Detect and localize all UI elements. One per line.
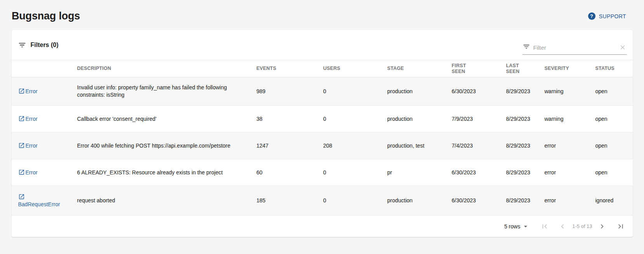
error-link-label: Error [26,116,38,122]
cell-last-seen: 8/29/2023 [506,132,545,159]
first-page-icon [540,222,549,231]
col-header-severity: SEVERITY [545,60,595,77]
chevron-left-icon [558,222,567,231]
error-link-label: BadRequestError [18,201,60,207]
cell-users: 208 [323,132,387,159]
cell-events: 1247 [257,132,323,159]
table-row: Error 6 ALREADY_EXISTS: Resource already… [12,159,633,186]
cell-status: ignored [595,186,633,216]
cell-users: 0 [323,159,387,186]
chevron-down-icon [522,223,529,230]
cell-description: Error 400 while fetching POST https://ap… [77,132,257,159]
cell-severity: error [545,186,595,216]
error-link[interactable]: Error [18,142,38,150]
error-link[interactable]: BadRequestError [18,193,64,208]
col-header-description: DESCRIPTION [77,60,257,77]
cell-stage: production [387,106,452,132]
cell-severity: error [545,159,595,186]
cell-severity: warning [545,77,595,106]
card-toolbar: Filters (0) [12,30,633,60]
page-title: Bugsnag logs [12,10,80,22]
col-header-users: USERS [323,60,387,77]
support-link[interactable]: ? SUPPORT [588,12,626,20]
cell-first-seen: 6/30/2023 [452,186,506,216]
cell-users: 0 [323,186,387,216]
external-link-icon [18,88,25,94]
cell-events: 185 [257,186,323,216]
filter-field [522,41,627,55]
filter-input[interactable] [533,44,615,51]
error-link-label: Error [26,169,38,176]
table-row: Error Callback error 'consent_required' … [12,106,633,132]
cell-severity: error [545,132,595,159]
table-row: Error Invalid user info: property family… [12,77,633,106]
logs-card: Filters (0) DESCRIPTION EVENTS USERS STA… [12,30,633,237]
rows-per-page-select[interactable]: 5 rows [504,223,529,230]
filter-list-icon [522,43,530,52]
cell-last-seen: 8/29/2023 [506,106,545,132]
col-header-events: EVENTS [257,60,323,77]
cell-description: request aborted [77,186,257,216]
cell-last-seen: 8/29/2023 [506,77,545,106]
error-link[interactable]: Error [18,115,38,123]
cell-stage: production [387,77,452,106]
external-link-icon [18,193,25,200]
cell-link: BadRequestError [12,186,77,216]
col-header-last-seen: LAST SEEN [506,60,545,77]
error-link[interactable]: Error [18,169,38,176]
cell-description: Callback error 'consent_required' [77,106,257,132]
close-icon [619,44,626,51]
cell-link: Error [12,159,77,186]
last-page-button[interactable] [616,221,626,231]
table-row: Error Error 400 while fetching POST http… [12,132,633,159]
cell-status: open [595,132,633,159]
cell-users: 0 [323,106,387,132]
cell-last-seen: 8/29/2023 [506,159,545,186]
pagination-bar: 5 rows 1-5 of 13 [12,216,633,237]
cell-first-seen: 6/30/2023 [452,159,506,186]
help-circle-icon: ? [588,12,595,20]
col-header-status: STATUS [595,60,633,77]
col-header-stage: STAGE [387,60,452,77]
cell-status: open [595,77,633,106]
clear-filter-button[interactable] [618,43,627,52]
external-link-icon [18,169,25,176]
cell-stage: pr [387,159,452,186]
last-page-icon [616,222,625,231]
cell-link: Error [12,77,77,106]
cell-status: open [595,159,633,186]
cell-link: Error [12,106,77,132]
error-link[interactable]: Error [18,88,38,95]
chevron-right-icon [598,222,606,231]
support-label: SUPPORT [599,13,626,19]
cell-status: open [595,106,633,132]
cell-severity: warning [545,106,595,132]
cell-last-seen: 8/29/2023 [506,186,545,216]
topbar: Bugsnag logs ? SUPPORT [0,0,644,30]
next-page-button[interactable] [597,221,607,231]
cell-description: Invalid user info: property family_name … [77,77,257,106]
cell-users: 0 [323,77,387,106]
cell-events: 60 [257,159,323,186]
external-link-icon [18,142,25,149]
col-header-first-seen: FIRST SEEN [452,60,506,77]
pagination-range: 1-5 of 13 [572,223,592,229]
first-page-button[interactable] [540,221,550,231]
cell-events: 38 [257,106,323,132]
cell-link: Error [12,132,77,159]
cell-first-seen: 6/30/2023 [452,77,506,106]
cell-description: 6 ALREADY_EXISTS: Resource already exist… [77,159,257,186]
error-link-label: Error [26,88,38,94]
filters-label: Filters (0) [31,42,59,49]
filters-toggle-button[interactable]: Filters (0) [18,41,59,49]
error-link-label: Error [26,143,38,149]
table-row: BadRequestError request aborted 185 0 pr… [12,186,633,216]
cell-events: 989 [257,77,323,106]
rows-per-page-label: 5 rows [504,223,520,230]
table-header-row: DESCRIPTION EVENTS USERS STAGE FIRST SEE… [12,60,633,77]
col-header-link [12,60,77,77]
cell-stage: production, test [387,132,452,159]
previous-page-button[interactable] [557,221,568,231]
filter-list-icon [18,41,26,49]
errors-table: DESCRIPTION EVENTS USERS STAGE FIRST SEE… [12,60,633,216]
